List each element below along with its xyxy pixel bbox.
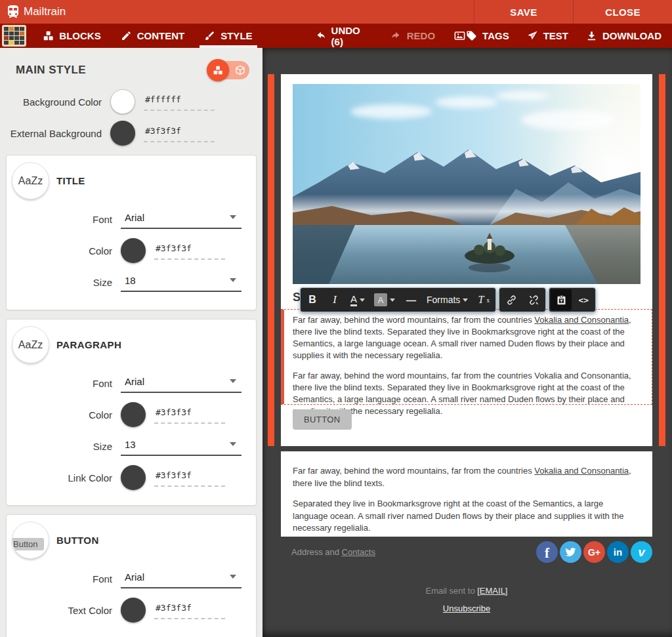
button-badge-pill: Button xyxy=(12,538,44,550)
email-preview: S B I A A — Formats Tx xyxy=(262,48,672,637)
title-color-hex-input[interactable]: #3f3f3f xyxy=(154,242,225,260)
gallery-button[interactable] xyxy=(453,30,466,42)
ext-bg-label: External Background xyxy=(0,128,110,139)
italic-button[interactable]: I xyxy=(324,289,345,310)
button-font-select[interactable]: Arial xyxy=(121,569,242,588)
title-size-select[interactable]: 18 xyxy=(121,273,242,292)
button-card-heading: BUTTON xyxy=(56,535,99,546)
blocks-toggle-icon[interactable] xyxy=(207,59,229,81)
chevron-down-icon[interactable] xyxy=(360,298,365,302)
text-link[interactable]: Vokalia and Consonantia xyxy=(534,315,629,325)
googleplus-icon[interactable]: G+ xyxy=(583,541,605,563)
background-color-button[interactable]: A xyxy=(370,289,399,310)
redo-button[interactable]: REDO xyxy=(390,30,435,41)
text-editor-toolbar: B I A A — Formats Tx xyxy=(300,287,596,312)
paragraph-link-color-hex-input[interactable]: #3f3f3f xyxy=(154,469,225,487)
lake-mountains-photo[interactable] xyxy=(293,84,640,284)
unlink-icon xyxy=(528,295,539,306)
linkedin-icon[interactable]: in xyxy=(607,541,629,563)
tags-button[interactable]: TAGS xyxy=(466,30,509,41)
paragraph-size-label: Size xyxy=(10,441,121,452)
paste-as-text-button[interactable] xyxy=(551,289,572,310)
paragraph-color-label: Color xyxy=(10,409,121,421)
link-icon xyxy=(506,295,517,306)
email-block-text-only[interactable]: Far far away, behind the word mountains,… xyxy=(281,451,652,537)
paper-plane-icon xyxy=(527,30,538,41)
paragraph-color-hex-input[interactable]: #3f3f3f xyxy=(154,406,225,424)
source-code-button[interactable]: <> xyxy=(573,289,594,310)
text-link[interactable]: Vokalia and Consonantia xyxy=(534,466,629,476)
mosaico-logo xyxy=(2,25,26,47)
chevron-down-icon xyxy=(230,215,236,219)
paragraph-link-color-label: Link Color xyxy=(10,472,121,483)
clear-formatting-button[interactable]: Tx xyxy=(473,289,494,310)
ext-bg-swatch[interactable] xyxy=(110,121,135,146)
undo-label: UNDO (6) xyxy=(331,25,372,47)
paragraph-link-color-swatch[interactable] xyxy=(121,465,146,490)
contacts-link[interactable]: Contacts xyxy=(342,547,375,557)
facebook-icon[interactable]: f xyxy=(536,541,558,563)
paragraph-color-swatch[interactable] xyxy=(121,402,146,427)
tab-blocks[interactable]: BLOCKS xyxy=(33,24,110,48)
button-style-card: Button BUTTON Font Arial Text Color #3f3… xyxy=(6,514,257,637)
titlebar: Mailtrain SAVE CLOSE xyxy=(0,0,672,24)
block2-paragraph-1: Far far away, behind the word mountains,… xyxy=(293,465,640,490)
button-text-color-hex-input[interactable]: #3f3f3f xyxy=(154,602,225,619)
button-text-size-select[interactable]: 13 xyxy=(121,632,242,637)
ext-bg-hex-input[interactable]: #3f3f3f xyxy=(144,125,215,142)
unsubscribe-link[interactable]: Unsubscribe xyxy=(443,604,490,613)
insert-link-button[interactable] xyxy=(501,289,522,310)
test-button[interactable]: TEST xyxy=(527,30,568,41)
paragraph-card-heading: PARAGRAPH xyxy=(56,339,121,350)
tag-icon xyxy=(466,30,477,41)
pencil-icon xyxy=(121,30,132,41)
paragraph-size-select[interactable]: 13 xyxy=(121,437,242,456)
title-size-label: Size xyxy=(10,277,121,288)
email-merge-tag-link[interactable]: [EMAIL] xyxy=(477,586,507,596)
tab-content-label: CONTENT xyxy=(137,30,185,41)
bg-color-label: Background Color xyxy=(0,96,110,108)
close-button[interactable]: CLOSE xyxy=(573,0,672,24)
twitter-icon[interactable] xyxy=(560,541,581,563)
tab-style-label: STYLE xyxy=(220,30,252,41)
title-color-swatch[interactable] xyxy=(121,238,146,263)
paragraph-font-select[interactable]: Arial xyxy=(121,374,242,393)
cube-toggle-icon[interactable] xyxy=(234,64,246,76)
title-font-select[interactable]: Arial xyxy=(121,210,242,229)
text-color-button[interactable]: A xyxy=(346,289,369,310)
tab-blocks-label: BLOCKS xyxy=(59,30,100,41)
chevron-down-icon xyxy=(230,575,236,579)
selection-bar-left xyxy=(268,74,274,446)
download-button[interactable]: DOWNLOAD xyxy=(586,30,662,41)
button-font-label: Font xyxy=(10,573,121,585)
tab-style[interactable]: STYLE xyxy=(194,24,262,48)
train-icon xyxy=(5,4,21,20)
redo-icon xyxy=(390,30,402,41)
horizontal-rule-button[interactable]: — xyxy=(400,289,421,310)
bg-color-swatch[interactable] xyxy=(110,89,135,114)
bg-color-hex-input[interactable]: #ffffff xyxy=(144,93,215,111)
remove-link-button[interactable] xyxy=(523,289,544,310)
paragraph-size-value: 13 xyxy=(125,439,136,450)
selection-bar-right xyxy=(659,74,665,446)
image-icon xyxy=(453,30,466,42)
chevron-down-icon xyxy=(230,379,236,383)
undo-button[interactable]: UNDO (6) xyxy=(315,25,372,47)
tab-content[interactable]: CONTENT xyxy=(111,24,195,48)
email-cta-button[interactable]: BUTTON xyxy=(293,409,352,430)
save-button[interactable]: SAVE xyxy=(474,0,573,24)
bold-button[interactable]: B xyxy=(302,289,323,310)
paragraph-font-value: Arial xyxy=(125,376,144,387)
paragraph-font-label: Font xyxy=(10,378,121,389)
button-font-value: Arial xyxy=(125,571,144,583)
editable-text-zone[interactable]: Far far away, behind the word mountains,… xyxy=(281,309,652,405)
clipboard-icon xyxy=(556,295,567,306)
button-text-color-swatch[interactable] xyxy=(121,598,146,623)
structure-preview-toggle[interactable] xyxy=(209,61,249,79)
formats-dropdown[interactable]: Formats xyxy=(423,289,472,310)
chevron-down-icon[interactable] xyxy=(390,298,395,302)
vimeo-icon[interactable]: v xyxy=(631,541,652,563)
title-preview-badge: AaZz xyxy=(12,162,49,199)
title-font-value: Arial xyxy=(125,212,144,223)
unsubscribe-line: Unsubscribe xyxy=(281,604,652,613)
